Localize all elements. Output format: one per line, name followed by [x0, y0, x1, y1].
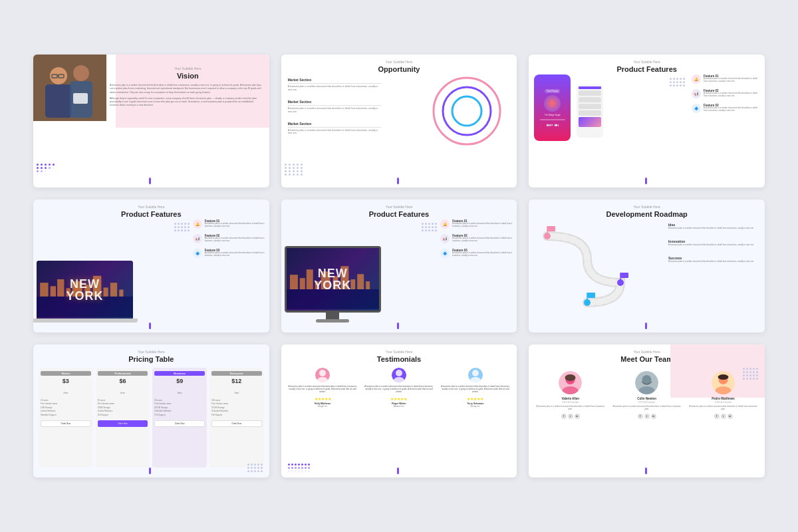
tier-pro-cta[interactable]: Order Now [98, 420, 148, 427]
pf1-song: The Bridge Single [545, 114, 561, 116]
social-fb-3[interactable]: f [714, 414, 720, 419]
tier-ent-cta[interactable]: Order Now [211, 420, 262, 427]
svg-rect-22 [119, 290, 123, 297]
market-label-3: Market Section [288, 122, 381, 128]
pf3-feature-1: 🔔 Feature 01 A business plan is a writte… [440, 219, 513, 229]
team-role-2: CTO & Founder [610, 401, 683, 404]
tier-starter-period: /mo [64, 391, 68, 394]
test-stars-1: ★★★★★ [287, 396, 359, 401]
social-li-3[interactable]: in [728, 414, 733, 419]
team-dots [743, 368, 758, 380]
svg-point-46 [394, 377, 404, 382]
test-avatar-1 [315, 368, 330, 382]
market-item-1: Market Section A business plan is a writ… [288, 78, 381, 92]
svg-point-44 [317, 377, 328, 382]
svg-rect-13 [40, 283, 48, 297]
pricing-indicator [149, 467, 151, 474]
svg-point-10 [443, 87, 491, 135]
svg-rect-14 [51, 286, 56, 297]
pf2-feature-3-desc: A business plan is a written document th… [205, 252, 266, 257]
price-starter: Starter $3 /mo 10 users Free domain name… [39, 368, 93, 467]
team-grid: Valerie Allen CEO & Founder A business p… [534, 371, 759, 467]
team-name-1: Valerie Allen [534, 397, 606, 400]
team-desc-3: A business plan is a written document th… [687, 406, 759, 411]
roadmap-indicator [645, 323, 647, 329]
price-enterprise: Enterprise $12 /mo 100 users Free domain… [209, 368, 264, 467]
tier-ent-price: $12 [211, 378, 262, 384]
pf1-indicator [645, 178, 647, 184]
pf1-subtitle: Your Subtitle Here [529, 60, 765, 64]
roadmap-idea-desc: A business plan is a written document th… [668, 227, 761, 230]
svg-point-45 [396, 370, 402, 376]
social-tw-2[interactable]: t [644, 414, 650, 419]
pf3-feature-1-icon: 🔔 [440, 219, 450, 229]
pf1-feature-2-icon: 📢 [692, 89, 701, 98]
tier-starter-cta[interactable]: Order Now [41, 420, 91, 427]
pricing-columns: Starter $3 /mo 10 users Free domain name… [39, 368, 264, 467]
team-indicator [645, 467, 647, 474]
social-tw-3[interactable]: t [721, 414, 726, 419]
roadmap-success-desc: A business plan is a written document th… [668, 261, 761, 263]
tier-pro-period: /mo [120, 391, 125, 394]
social-fb-1[interactable]: f [561, 414, 567, 419]
slide-product-features-mobile: Your Subtitle Here Product Features Now … [529, 55, 765, 188]
opp-title: Opportunity [281, 65, 517, 73]
tier-ent-period: /mo [235, 391, 239, 394]
svg-rect-41 [587, 293, 595, 298]
team-name-2: Colin Newton [610, 397, 683, 400]
roadmap-idea: Idea A business plan is a written docume… [668, 223, 761, 230]
social-li-2[interactable]: in [651, 414, 656, 419]
pf3-feature-3: 🔷 Feature 03 A business plan is a writte… [440, 249, 513, 258]
test-dots [288, 464, 310, 472]
team-role-3: COO & Founder [687, 401, 759, 404]
roadmap-title: Development Roadmap [529, 210, 765, 218]
tier-biz-cta[interactable]: Order Now [154, 420, 205, 427]
pf2-feature-3-icon: 🔷 [193, 249, 202, 258]
price-business: Business $9 /mo 50 users Free domain nam… [152, 368, 207, 467]
testimonial-3: A business plan is a written document th… [439, 368, 511, 467]
slide-opportunity: Your Subtitle Here Opportunity Market Se… [281, 55, 517, 188]
slide-meet-our-team: Your Subtitle Here Meet Our Team [529, 344, 765, 477]
roadmap-subtitle: Your Subtitle Here [529, 205, 765, 209]
opp-circles [430, 74, 503, 148]
team-photo-2 [635, 371, 658, 394]
test-avatar-2 [392, 368, 406, 382]
pf1-feature-2-desc: A business plan is a written document th… [704, 92, 761, 98]
tier-biz-name: Business [154, 371, 205, 376]
pf3-stand [326, 313, 339, 319]
svg-rect-2 [45, 84, 72, 118]
roadmap-innovation-desc: A business plan is a written document th… [668, 244, 761, 247]
opp-dots [285, 164, 303, 176]
roadmap-path [534, 223, 634, 319]
social-fb-2[interactable]: f [638, 414, 643, 419]
tier-pro-features: 25 users Free domain name 10GB Storage L… [98, 399, 148, 417]
pf3-feature-2: 📢 Feature 02 A business plan is a writte… [440, 234, 513, 243]
roadmap-innovation: Innovation A business plan is a written … [668, 239, 761, 247]
slide-grid: Your Subtitle Here Vision A business pla… [0, 28, 798, 504]
vision-indicator [149, 178, 151, 184]
vision-photo [33, 55, 106, 121]
opp-subtitle: Your Subtitle Here [281, 60, 517, 64]
tier-biz-features: 50 users Free domain name 20 GB Storage … [154, 399, 205, 417]
team-desc-2: A business plan is a written document th… [610, 406, 683, 411]
pf3-feature-3-desc: A business plan is a written document th… [452, 252, 513, 257]
svg-point-55 [716, 386, 732, 394]
social-tw-1[interactable]: t [568, 414, 573, 419]
svg-point-48 [470, 377, 481, 382]
vision-body: A business plan is a written document th… [110, 84, 263, 94]
vision-title: Vision [110, 72, 266, 80]
pf3-dots [422, 223, 437, 231]
pf3-subtitle: Your Subtitle Here [281, 205, 517, 209]
pf1-phone-container: Now Playing The Bridge Single ⏮ ▶ ⏭ [534, 74, 603, 141]
test-stars-2: ★★★★★ [363, 396, 436, 401]
social-li-1[interactable]: in [575, 414, 580, 419]
pf3-desktop: NEWYORK [285, 246, 381, 323]
svg-rect-15 [57, 279, 64, 297]
price-professional: Professional $6 /mo 25 users Free domain… [96, 368, 150, 467]
pf1-feature-3-desc: A business plan is a written document th… [704, 107, 761, 112]
pf3-feature-1-desc: A business plan is a written document th… [452, 223, 513, 228]
team-social-2: f t in [610, 414, 683, 419]
pf1-feature-3: 🔷 Feature 03 A business plan is a writte… [692, 104, 761, 113]
pf2-subtitle: Your Subtitle Here [33, 205, 269, 209]
pf1-feature-1: 🔔 Feature 01 A business plan is a writte… [692, 74, 761, 84]
